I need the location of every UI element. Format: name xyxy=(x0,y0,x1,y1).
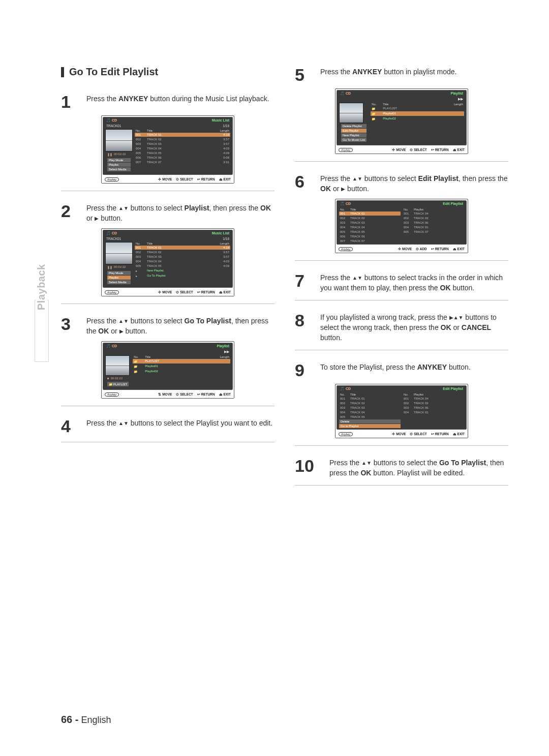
ui-footer: Anykey ✢ MOVE⊙ SELECT↩ RETURN⏏ EXIT xyxy=(336,431,468,438)
ui-screenshot-5: 🎵 CDPlaylist ▶▶ Delete Playlist Edit Pla… xyxy=(295,88,508,154)
list-item: 001TRACK 04 xyxy=(403,397,464,401)
divider xyxy=(295,300,508,300)
ui-box: 🎵 CDPlaylist ▶▶ ■00:02:22 📁 PLAYLIST xyxy=(101,341,234,399)
cd-label: 🎵 CD xyxy=(340,92,351,96)
divider xyxy=(295,161,508,162)
menu-item-go-to-music-list: Go To Music List xyxy=(341,138,367,142)
cd-label: 🎵 CD xyxy=(340,202,351,206)
ui-box: 🎵 CD Music List TRACK01 1/16 ❚❚ xyxy=(101,115,234,184)
list-item: 001TRACK 04 xyxy=(403,211,464,216)
list-item: 📁Playlist02 xyxy=(371,116,464,121)
list-item xyxy=(371,123,464,124)
screen-title: Playlist xyxy=(217,344,229,348)
step-8: 8 If you playlisted a wrong track, press… xyxy=(295,312,508,343)
track-list: No.TitleLength 001TRACK 014:19 002TRACK … xyxy=(135,242,230,286)
manual-page: Playback Go To Edit Playlist 1 Press the… xyxy=(0,0,549,756)
list-item: 003TRACK 06 xyxy=(403,221,464,225)
up-down-icon: ▲▼ xyxy=(118,421,129,427)
playlist-icon: ▶▶ xyxy=(224,350,229,354)
step-number: 10 xyxy=(295,457,324,478)
step-text: Press the ANYKEY button during the Music… xyxy=(86,93,269,110)
status-label-box: 📁 PLAYLIST xyxy=(105,381,131,388)
list-item: 004TRACK 01 xyxy=(403,225,464,229)
list-item: 005TRACK 05 xyxy=(339,415,401,419)
list-item: 005TRACK 054:09 xyxy=(135,264,230,268)
list-item: 📁Playlist01 xyxy=(133,364,230,369)
list-item: 📁Playlist02 xyxy=(133,369,230,374)
t: or xyxy=(86,214,95,222)
list-item: 003TRACK 06 xyxy=(403,406,464,410)
step-2: 2 Press the ▲▼ buttons to select Playlis… xyxy=(61,202,274,223)
ui-footer: Anykey ⇅ MOVE⊙ SELECT↩ RETURN⏏ EXIT xyxy=(102,391,234,398)
ui-footer: Anykey ✢ MOVE ⊙ SELECT ↩ RETURN ⏏ EXIT xyxy=(102,176,234,183)
ui-box: 🎵 CDPlaylist ▶▶ Delete Playlist Edit Pla… xyxy=(335,88,468,154)
screen-title: Edit Playlist xyxy=(443,202,463,206)
submenu-item: ▸Go To Playlist xyxy=(135,274,230,278)
list-item: 001TRACK 014:19 xyxy=(135,133,230,137)
page-number-value: 66 - xyxy=(61,714,78,725)
list-item: 005TRACK 05 xyxy=(339,230,401,234)
list-item: 003TRACK 03 xyxy=(339,221,401,225)
up-down-icon: ▲▼ xyxy=(361,460,372,466)
step-number: 8 xyxy=(295,312,315,343)
anykey-chip: Anykey xyxy=(339,247,353,251)
menu-item-edit-playlist: Edit Playlist xyxy=(341,129,367,133)
list-item: 003TRACK 033:57 xyxy=(135,142,230,146)
step-text: To store the Playlist, press the ANYKEY … xyxy=(320,361,471,379)
list-item xyxy=(133,374,230,375)
step-text: Press the ▲▼ buttons to select tracks in… xyxy=(320,272,508,293)
ui-screenshot-1: 🎵 CD Music List TRACK01 1/16 ❚❚ xyxy=(61,115,274,184)
t: OK xyxy=(260,204,271,212)
step-text: Press the ▲▼ buttons to select Go To Pla… xyxy=(86,315,274,336)
cd-label: 🎵 CD xyxy=(106,231,117,235)
track-count: 1/16 xyxy=(223,237,229,240)
pause-icon: ❚❚ xyxy=(107,265,112,269)
list-item: 004TRACK 044:03 xyxy=(135,146,230,150)
step-text: Press the ▲▼ buttons to select the Playl… xyxy=(86,417,272,435)
step-number: 5 xyxy=(295,66,315,83)
page-number: 66 - English xyxy=(61,714,111,725)
divider xyxy=(61,442,274,442)
ui-box: 🎵 CDEdit Playlist No.Title 001TRACK 01 0… xyxy=(335,384,468,438)
step-4: 4 Press the ▲▼ buttons to select the Pla… xyxy=(61,417,274,435)
left-column: Go To Edit Playlist 1 Press the ANYKEY b… xyxy=(61,66,274,497)
divider xyxy=(295,445,508,446)
step-number: 2 xyxy=(61,202,81,223)
t: ANYKEY xyxy=(118,95,148,103)
list-item: 006TRACK 06 xyxy=(339,234,401,238)
t: , then press the xyxy=(209,204,260,212)
t: button. xyxy=(99,214,123,222)
playlist-list: No.Playlist 001TRACK 04 002TRACK 02 003T… xyxy=(403,208,464,243)
album-thumb xyxy=(339,103,363,123)
list-item: 004TRACK 04 xyxy=(339,410,401,414)
ui-screenshot-9: 🎵 CDEdit Playlist No.Title 001TRACK 01 0… xyxy=(295,384,508,438)
playlist-list: No.Playlist 001TRACK 04 002TRACK 02 003T… xyxy=(403,393,464,428)
playlist-list: No.TitleLength 📁PLAYLIST 📁Playlist01 📁Pl… xyxy=(371,103,464,144)
play-icon: ▶ xyxy=(119,328,124,334)
step-number: 6 xyxy=(295,173,315,194)
menu-item-play-mode: Play Mode xyxy=(107,271,131,275)
list-item: 002TRACK 02 xyxy=(339,401,401,405)
play-status: ■00:02:22 xyxy=(105,376,131,381)
list-item: 005TRACK 07 xyxy=(403,230,464,234)
up-down-icon: ▲▼ xyxy=(118,205,129,211)
list-item: 002TRACK 023:57 xyxy=(135,137,230,141)
side-tab: Playback xyxy=(36,264,47,310)
list-item: 005TRACK 054:09 xyxy=(135,151,230,155)
playlist-status-label: 📁 PLAYLIST xyxy=(107,382,129,386)
step-3: 3 Press the ▲▼ buttons to select Go To P… xyxy=(61,315,274,336)
album-thumb xyxy=(105,355,130,376)
menu-item-select-media: Select Media xyxy=(107,167,131,171)
album-thumb xyxy=(105,242,133,264)
ui-footer: Anykey ✢ MOVE⊙ SELECT↩ RETURN⏏ EXIT xyxy=(336,146,468,154)
menu-item-play-mode: Play Mode xyxy=(107,158,131,162)
ui-footer: Anykey ✢ MOVE⊙ SELECT↩ RETURN⏏ EXIT xyxy=(102,289,234,296)
playlist-icon: ▶▶ xyxy=(458,97,463,101)
step-number: 4 xyxy=(61,417,81,435)
menu-item-delete-playlist: Delete Playlist xyxy=(341,124,367,128)
anykey-menu: Play Mode Playlist Select Media xyxy=(105,270,133,286)
list-item xyxy=(133,376,230,377)
t: buttons to select xyxy=(129,204,185,212)
up-down-icon: ▲▼ xyxy=(352,275,362,281)
step-1: 1 Press the ANYKEY button during the Mus… xyxy=(61,93,274,110)
